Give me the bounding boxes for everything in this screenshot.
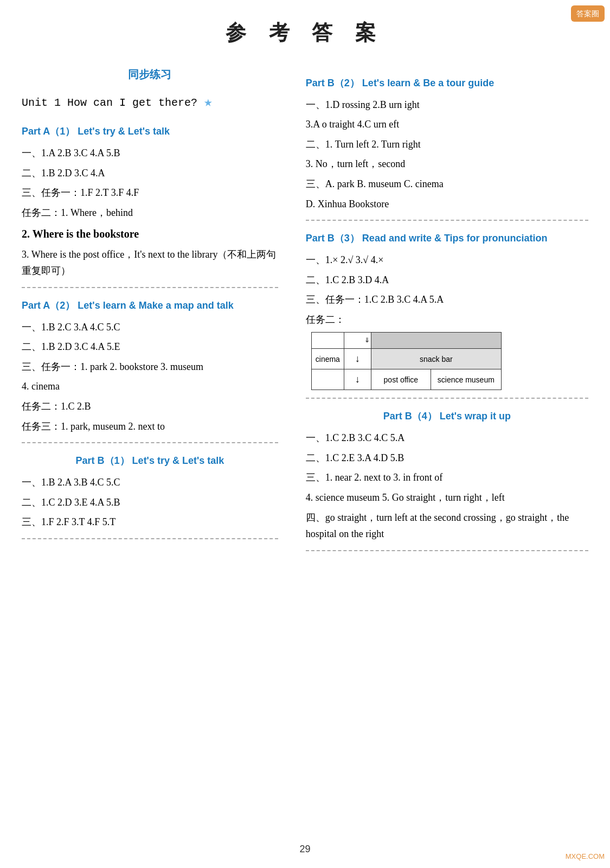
part-a2-title: Part A（2） Let's learn & Make a map and t… (22, 298, 278, 314)
map-cell-postoffice: post office (371, 369, 431, 390)
part-b2-title: Part B（2） Let's learn & Be a tour guide (306, 75, 588, 91)
map-cell-snackbar: snack bar (371, 349, 501, 369)
part-b2-ans3: 二、1. Turn left 2. Turn right (306, 136, 588, 153)
part-b4-ans2: 二、1.C 2.E 3.A 4.D 5.B (306, 450, 588, 467)
part-a2-ans5: 任务二：1.C 2.B (22, 398, 278, 415)
map-cell-bottom-mid: ↓ (344, 369, 371, 390)
map-diagram: ⇓ cinema ↓ snack bar ↓ post office scien… (306, 332, 588, 390)
divider-r1 (306, 220, 588, 221)
part-a1-ans4: 任务二：1. Where，behind (22, 205, 278, 221)
star-icon: ★ (204, 92, 213, 114)
part-b2-ans2: 3.A o traight 4.C urn eft (306, 116, 588, 133)
part-a2-ans4: 4. cinema (22, 378, 278, 395)
part-b3-ans4: 任务二： (306, 311, 588, 328)
part-a1: Part A（1） Let's try & Let's talk 一、1.A 2… (22, 124, 278, 279)
divider-2 (22, 442, 278, 443)
map-cell-cinema: cinema (311, 349, 344, 369)
part-a1-ans2: 二、1.B 2.D 3.C 4.A (22, 165, 278, 182)
part-b3-ans3: 三、任务一：1.C 2.B 3.C 4.A 5.A (306, 291, 588, 308)
part-a2-ans6: 任务三：1. park, museum 2. next to (22, 418, 278, 435)
part-a2: Part A（2） Let's learn & Make a map and t… (22, 298, 278, 435)
part-b1-ans1: 一、1.B 2.A 3.B 4.C 5.C (22, 474, 278, 491)
part-a1-ans6: 3. Where is the post office，It's next to… (22, 246, 278, 279)
part-b1: Part B（1） Let's try & Let's talk 一、1.B 2… (22, 453, 278, 531)
part-a2-ans1: 一、1.B 2.C 3.A 4.C 5.C (22, 319, 278, 336)
part-b1-ans2: 二、1.C 2.D 3.E 4.A 5.B (22, 494, 278, 511)
divider-3 (22, 538, 278, 539)
part-b2-ans5: 三、A. park B. museum C. cinema (306, 176, 588, 193)
map-cell-arrow: ↓ (344, 349, 371, 369)
map-cell-top-right (371, 333, 501, 349)
unit-title: Unit 1 How can I get there? ★ (22, 92, 278, 114)
part-b2-ans1: 一、1.D rossing 2.B urn ight (306, 97, 588, 113)
page-title: 参 考 答 案 (22, 16, 588, 49)
part-a2-ans2: 二、1.B 2.D 3.C 4.A 5.E (22, 339, 278, 355)
part-b4: Part B（4） Let's wrap it up 一、1.C 2.B 3.C… (306, 409, 588, 542)
map-cell-top-left (311, 333, 344, 349)
part-b3-title: Part B（3） Read and write & Tips for pron… (306, 231, 588, 246)
map-cell-bottom-left (311, 369, 344, 390)
section-title-left: 同步练习 (22, 66, 278, 83)
divider-r2 (306, 398, 588, 399)
part-b4-ans4: 4. science museum 5. Go straight，turn ri… (306, 489, 588, 506)
divider-r3 (306, 550, 588, 551)
part-b3-ans1: 一、1.× 2.√ 3.√ 4.× (306, 252, 588, 269)
part-a1-title: Part A（1） Let's try & Let's talk (22, 124, 278, 139)
watermark-top-right: 答案圈 (571, 5, 605, 22)
part-b2: Part B（2） Let's learn & Be a tour guide … (306, 75, 588, 212)
part-b1-title: Part B（1） Let's try & Let's talk (22, 453, 278, 469)
part-b4-ans1: 一、1.C 2.B 3.C 4.C 5.A (306, 430, 588, 446)
divider-1 (22, 287, 278, 288)
part-b3: Part B（3） Read and write & Tips for pron… (306, 231, 588, 390)
map-table: ⇓ cinema ↓ snack bar ↓ post office scien… (311, 332, 502, 390)
part-a2-ans3: 三、任务一：1. park 2. bookstore 3. museum (22, 359, 278, 375)
map-cell-top-mid: ⇓ (344, 333, 371, 349)
part-b2-ans4: 3. No，turn left，second (306, 156, 588, 173)
watermark-bottom-right: MXQE.COM (566, 851, 605, 863)
part-a1-ans5: 2. Where is the bookstore (22, 225, 278, 243)
page-number: 29 (299, 841, 310, 857)
part-b2-ans6: D. Xinhua Bookstore (306, 196, 588, 213)
part-b4-ans5: 四、go straight，turn left at the second cr… (306, 509, 588, 542)
part-b1-ans3: 三、1.F 2.F 3.T 4.F 5.T (22, 514, 278, 531)
part-a1-ans1: 一、1.A 2.B 3.C 4.A 5.B (22, 145, 278, 162)
map-cell-sciencemuseum: science museum (431, 369, 501, 390)
part-a1-ans3: 三、任务一：1.F 2.T 3.F 4.F (22, 184, 278, 201)
part-b4-title: Part B（4） Let's wrap it up (306, 409, 588, 424)
part-b3-ans2: 二、1.C 2.B 3.D 4.A (306, 272, 588, 289)
part-b4-ans3: 三、1. near 2. next to 3. in front of (306, 469, 588, 486)
